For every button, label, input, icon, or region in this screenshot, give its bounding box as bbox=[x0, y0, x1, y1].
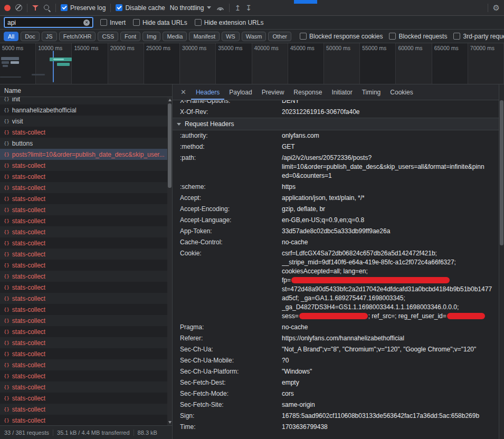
filter-input[interactable]: api bbox=[4, 17, 93, 27]
header-row: Accept:application/json, text/plain, */* bbox=[173, 193, 499, 204]
request-row[interactable]: {}stats-collect bbox=[0, 249, 167, 260]
filter-icon[interactable] bbox=[32, 5, 39, 11]
checkbox-unchecked-icon bbox=[389, 33, 396, 40]
tab-initiator[interactable]: Initiator bbox=[327, 84, 357, 100]
request-row[interactable]: {}stats-collect bbox=[0, 293, 167, 304]
request-row[interactable]: {}stats-collect bbox=[0, 381, 167, 393]
tab-headers[interactable]: Headers bbox=[191, 84, 224, 100]
type-filter-font[interactable]: Font bbox=[120, 32, 140, 41]
name-column-header[interactable]: Name bbox=[0, 84, 172, 97]
request-row[interactable]: {}stats-collect bbox=[0, 271, 167, 282]
request-row[interactable]: {}stats-collect bbox=[0, 226, 167, 237]
header-name: :path: bbox=[180, 154, 282, 180]
overview-timeline[interactable]: 5000 ms10000 ms15000 ms20000 ms25000 ms3… bbox=[0, 43, 504, 84]
request-row[interactable]: {}stats-collect bbox=[0, 193, 167, 204]
scroll-down-arrow-icon[interactable] bbox=[168, 421, 172, 424]
timeline-column: 55000 ms bbox=[360, 43, 396, 84]
header-value-line: ad5cf; _ga=GA1.1.689275447.1698003345; bbox=[282, 294, 495, 303]
blocked-requests-label: Blocked requests bbox=[398, 33, 447, 40]
throttling-dropdown[interactable]: No throttling bbox=[170, 4, 212, 12]
preserve-log-label: Preserve log bbox=[70, 4, 106, 12]
type-filter-all[interactable]: All bbox=[4, 32, 18, 41]
tab-cookies[interactable]: Cookies bbox=[385, 84, 417, 100]
request-row[interactable]: {}stats-collect bbox=[0, 282, 167, 293]
request-row[interactable]: {}stats-collect bbox=[0, 304, 167, 315]
settings-icon[interactable]: ⚙ bbox=[493, 3, 500, 13]
tab-preview[interactable]: Preview bbox=[257, 84, 289, 100]
request-row[interactable]: {}stats-collect bbox=[0, 415, 167, 425]
request-row[interactable]: {}stats-collect bbox=[0, 215, 167, 226]
request-row[interactable]: {}init bbox=[0, 97, 167, 104]
checkbox-checked-icon bbox=[116, 4, 122, 11]
type-filter-wasm[interactable]: Wasm bbox=[242, 32, 267, 41]
details-scrollbar[interactable] bbox=[499, 84, 504, 439]
request-row[interactable]: {}stats-collect bbox=[0, 171, 167, 182]
preserve-log-checkbox[interactable]: Preserve log bbox=[61, 4, 106, 12]
type-filter-js[interactable]: JS bbox=[42, 32, 57, 41]
request-row[interactable]: {}stats-collect bbox=[0, 160, 167, 171]
checkbox-unchecked-icon bbox=[300, 33, 307, 40]
type-filter-doc[interactable]: Doc bbox=[21, 32, 40, 41]
request-row[interactable]: {}stats-collect bbox=[0, 326, 167, 337]
invert-checkbox[interactable]: Invert bbox=[100, 19, 126, 26]
disable-cache-checkbox[interactable]: Disable cache bbox=[116, 4, 165, 12]
scroll-up-arrow-icon[interactable] bbox=[168, 99, 172, 101]
request-row[interactable]: {}stats-collect bbox=[0, 237, 167, 249]
header-row: Sec-Ch-Ua-Platform:"Windows" bbox=[173, 366, 499, 377]
header-value: empty bbox=[282, 378, 495, 387]
request-name: stats-collect bbox=[12, 373, 45, 380]
export-har-icon[interactable]: ↧ bbox=[245, 4, 252, 12]
timeline-grid: 5000 ms10000 ms15000 ms20000 ms25000 ms3… bbox=[0, 43, 504, 84]
third-party-requests-checkbox[interactable]: 3rd-party requests bbox=[453, 33, 504, 40]
request-row[interactable]: {}stats-collect bbox=[0, 393, 167, 404]
type-filter-css[interactable]: CSS bbox=[98, 32, 118, 41]
timeline-tick-label: 20000 ms bbox=[108, 43, 144, 51]
request-row[interactable]: {}stats-collect bbox=[0, 182, 167, 193]
timeline-tick-label: 40000 ms bbox=[252, 43, 288, 51]
record-icon[interactable] bbox=[4, 5, 11, 11]
request-row[interactable]: {}stats-collect bbox=[0, 204, 167, 215]
hide-data-urls-checkbox[interactable]: Hide data URLs bbox=[133, 19, 187, 26]
request-row[interactable]: {}stats-collect bbox=[0, 127, 167, 138]
request-headers-section-toggle[interactable]: Request Headers bbox=[173, 118, 499, 130]
scrollbar-thumb[interactable] bbox=[500, 100, 503, 245]
checkbox-checked-icon bbox=[61, 4, 68, 11]
type-filter-media[interactable]: Media bbox=[163, 32, 187, 41]
timeline-column: 30000 ms bbox=[180, 43, 216, 84]
type-filter-img[interactable]: Img bbox=[142, 32, 160, 41]
request-row[interactable]: {}posts?limit=10&order=publish_date_desc… bbox=[0, 149, 167, 160]
header-name: Sec-Ch-Ua-Mobile: bbox=[180, 356, 282, 365]
clear-filter-icon[interactable] bbox=[83, 20, 90, 26]
tab-response[interactable]: Response bbox=[289, 84, 327, 100]
scrollbar-thumb[interactable] bbox=[168, 103, 172, 188]
hide-extension-urls-checkbox[interactable]: Hide extension URLs bbox=[195, 19, 264, 26]
tab-payload[interactable]: Payload bbox=[224, 84, 256, 100]
request-type-icon: {} bbox=[4, 396, 9, 401]
request-row[interactable]: {}stats-collect bbox=[0, 370, 167, 381]
type-filter-ws[interactable]: WS bbox=[222, 32, 240, 41]
type-filter-manifest[interactable]: Manifest bbox=[189, 32, 220, 41]
type-filter-fetch-xhr[interactable]: Fetch/XHR bbox=[59, 32, 96, 41]
request-row[interactable]: {}visit bbox=[0, 116, 167, 127]
clear-network-log-icon[interactable] bbox=[15, 4, 22, 11]
request-row[interactable]: {}stats-collect bbox=[0, 315, 167, 326]
network-conditions-icon[interactable] bbox=[216, 4, 224, 12]
tab-timing[interactable]: Timing bbox=[357, 84, 386, 100]
request-row[interactable]: {}stats-collect bbox=[0, 337, 167, 348]
request-list-scrollbar[interactable] bbox=[167, 97, 172, 425]
search-icon[interactable] bbox=[43, 4, 51, 12]
request-row[interactable]: {}stats-collect bbox=[0, 260, 167, 271]
type-filter-other[interactable]: Other bbox=[268, 32, 291, 41]
request-row[interactable]: {}hannahelizabethofficial bbox=[0, 104, 167, 116]
blocked-requests-checkbox[interactable]: Blocked requests bbox=[389, 33, 447, 40]
request-row[interactable]: {}stats-collect bbox=[0, 348, 167, 359]
request-name: stats-collect bbox=[12, 417, 45, 424]
import-har-icon[interactable]: ↥ bbox=[234, 4, 241, 12]
throttling-value: No throttling bbox=[170, 4, 204, 12]
close-details-icon[interactable]: ✕ bbox=[176, 88, 191, 96]
request-row[interactable]: {}stats-collect bbox=[0, 359, 167, 370]
request-type-icon: {} bbox=[4, 329, 9, 335]
request-row[interactable]: {}buttons bbox=[0, 138, 167, 149]
blocked-response-cookies-checkbox[interactable]: Blocked response cookies bbox=[300, 33, 383, 40]
request-row[interactable]: {}stats-collect bbox=[0, 404, 167, 415]
